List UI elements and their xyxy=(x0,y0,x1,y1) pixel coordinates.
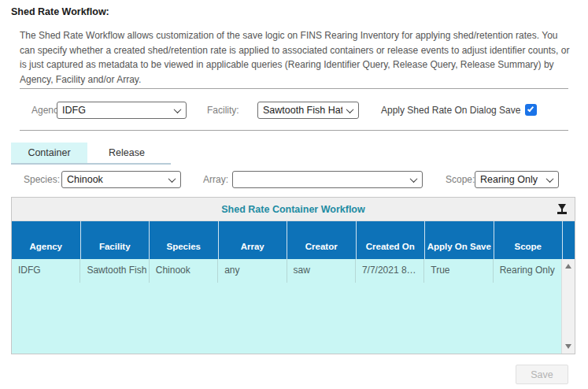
chevron-down-icon xyxy=(411,177,416,183)
species-select-value: Chinook xyxy=(67,174,165,185)
cell-agency: IDFG xyxy=(12,259,80,283)
column-header-creator[interactable]: Creator xyxy=(287,221,357,259)
shed-rate-grid: Shed Rate Container Workflow Agency Faci… xyxy=(11,197,575,354)
vertical-scrollbar[interactable] xyxy=(561,259,575,354)
grid-title-bar: Shed Rate Container Workflow xyxy=(12,198,575,221)
facility-select-value: Sawtooth Fish Hatche xyxy=(263,105,342,116)
cell-apply-on-save: True xyxy=(424,259,493,283)
table-row[interactable]: IDFG Sawtooth Fish Chinook any saw 7/7/2… xyxy=(12,259,561,283)
scroll-down-icon[interactable] xyxy=(565,344,571,349)
tab-underline xyxy=(11,163,171,165)
shed-rate-workflow-page: Shed Rate Workflow: The Shed Rate Workfl… xyxy=(0,0,588,389)
cell-created-on: 7/7/2021 8… xyxy=(356,259,424,283)
agency-select-value: IDFG xyxy=(62,105,170,116)
divider xyxy=(20,88,568,89)
cell-species: Chinook xyxy=(150,259,218,283)
page-title: Shed Rate Workflow: xyxy=(11,6,109,17)
column-header-array[interactable]: Array xyxy=(219,221,288,259)
divider xyxy=(20,130,568,131)
header-spacer xyxy=(563,221,575,259)
column-header-agency[interactable]: Agency xyxy=(12,221,81,259)
facility-label: Facility: xyxy=(207,102,239,119)
apply-shed-rate-label: Apply Shed Rate On Dialog Save xyxy=(381,102,520,119)
facility-select[interactable]: Sawtooth Fish Hatche xyxy=(257,102,359,119)
array-label: Array: xyxy=(203,171,228,188)
export-icon[interactable] xyxy=(557,203,568,216)
grid-title: Shed Rate Container Workflow xyxy=(221,204,364,215)
page-description: The Shed Rate Workflow allows customizat… xyxy=(20,28,571,87)
species-select[interactable]: Chinook xyxy=(61,171,181,188)
tab-release-label: Release xyxy=(109,147,145,158)
tab-release[interactable]: Release xyxy=(87,143,166,163)
scroll-up-icon[interactable] xyxy=(565,264,571,269)
save-button[interactable]: Save xyxy=(516,365,568,384)
chevron-down-icon xyxy=(169,177,175,183)
apply-shed-rate-checkbox[interactable] xyxy=(525,104,537,116)
chevron-down-icon xyxy=(175,108,180,113)
scope-label: Scope: xyxy=(446,171,475,188)
species-label: Species: xyxy=(24,171,60,188)
tab-container[interactable]: Container xyxy=(11,143,87,163)
grid-body: IDFG Sawtooth Fish Chinook any saw 7/7/2… xyxy=(12,259,575,354)
filter-row-bottom: Species: Chinook Array: Scope: Rearing O… xyxy=(0,171,588,190)
scope-select-value: Rearing Only xyxy=(480,174,542,185)
array-select[interactable] xyxy=(232,171,423,188)
scope-select[interactable]: Rearing Only xyxy=(475,171,559,188)
column-header-scope[interactable]: Scope xyxy=(494,221,564,259)
chevron-down-icon xyxy=(547,177,553,183)
column-header-species[interactable]: Species xyxy=(150,221,219,259)
column-header-apply-on-save[interactable]: Apply On Save xyxy=(425,221,494,259)
tab-container-label: Container xyxy=(28,147,70,158)
filter-row-top: Agency: IDFG Facility: Sawtooth Fish Hat… xyxy=(0,102,588,120)
grid-header-row: Agency Facility Species Array Creator Cr… xyxy=(12,221,575,259)
cell-facility: Sawtooth Fish xyxy=(80,259,149,283)
column-header-facility[interactable]: Facility xyxy=(81,221,150,259)
cell-creator: saw xyxy=(287,259,356,283)
checkmark-icon xyxy=(527,106,533,113)
agency-select[interactable]: IDFG xyxy=(57,102,187,119)
cell-array: any xyxy=(218,259,287,283)
chevron-down-icon xyxy=(347,108,353,113)
cell-scope: Rearing Only xyxy=(494,259,561,283)
column-header-created-on[interactable]: Created On xyxy=(357,221,426,259)
